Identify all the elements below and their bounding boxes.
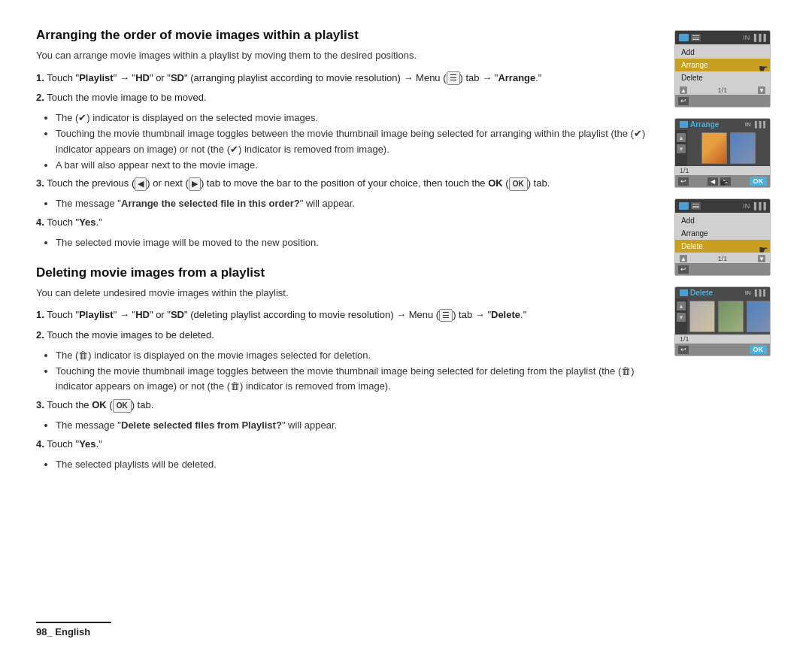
folder-icon2	[680, 121, 688, 128]
s2-step1-num: 1.	[36, 309, 44, 320]
screen3-nav: ↩	[675, 263, 770, 275]
step4-bullets: The selected movie image will be moved t…	[56, 235, 659, 251]
ok-btn4[interactable]: OK	[750, 345, 768, 354]
thumb4-3	[747, 301, 771, 332]
counter3-val: 1/1	[690, 255, 755, 262]
counter4-val: 1/1	[680, 335, 689, 343]
screen2-title: Arrange	[690, 120, 719, 129]
section1-intro: You can arrange movie images within a pl…	[36, 48, 659, 63]
screen4-title: Delete	[690, 289, 713, 297]
step3-bullets: The message "Arrange the selected file i…	[56, 196, 659, 212]
screenshot4: Delete IN ▐▐▐ ▲ ▼	[674, 286, 771, 356]
back-btn1[interactable]: ↩	[678, 97, 689, 105]
screen2-photos	[687, 130, 770, 166]
thumb4-1-img	[690, 301, 714, 332]
next-btn2[interactable]: ▶	[720, 177, 731, 186]
screen3-arrange: Arrange	[675, 227, 770, 240]
screen4-side-arrows: ▲ ▼	[675, 298, 687, 335]
step1-arrange: Arrange	[498, 72, 535, 83]
s2-bullet2-1: The (🗑) indicator is displayed on the mo…	[56, 348, 659, 364]
counter1-val: 1/1	[690, 86, 755, 94]
s2-step4-bullets: The selected playlists will be deleted.	[56, 457, 659, 473]
step3: 3. Touch the previous (◀) or next (▶) ta…	[36, 176, 659, 192]
ok-btn2[interactable]: OK	[750, 177, 768, 186]
screen4-photos	[687, 298, 771, 335]
step1-playlist: Playlist	[79, 72, 114, 83]
screen2-side-arrows: ▲ ▼	[675, 130, 687, 166]
screen4-nav: ↩ OK	[675, 344, 770, 356]
back-btn4[interactable]: ↩	[678, 346, 689, 354]
folder-icon4	[680, 289, 688, 296]
back-btn2[interactable]: ↩	[678, 177, 689, 186]
screen1-add: Add	[675, 46, 770, 59]
menu-badge: ☰	[447, 71, 460, 84]
screen4-counter: 1/1	[675, 335, 770, 344]
signal-icon3: IN ▐▐▐	[743, 202, 766, 210]
thumb4-2	[718, 301, 744, 332]
s2-menu-badge: ☰	[439, 309, 453, 322]
s2-bullet3-1: The message "Delete selected files from …	[56, 418, 659, 434]
s2-playlist: Playlist	[79, 309, 114, 320]
down-arr4[interactable]: ▼	[677, 313, 686, 322]
thumb4-1	[689, 301, 715, 332]
thumb2-1	[701, 132, 727, 164]
step1-hd: HD	[135, 72, 150, 83]
s2-bullet2-2: Touching the movie thumbnail image toggl…	[56, 364, 659, 395]
screen1-delete: Delete	[675, 71, 770, 84]
s2-step4-yes: Yes	[79, 438, 95, 450]
screen1-topbar: IN ▐▐▐	[675, 31, 770, 44]
screen2-titlebar: Arrange IN ▐▐▐	[675, 119, 770, 130]
up-btn1[interactable]: ▲	[680, 86, 687, 94]
s2-step3: 3. Touch the OK (OK) tab.	[36, 398, 659, 413]
section1-title: Arranging the order of movie images with…	[36, 27, 659, 44]
up-arr4[interactable]: ▲	[677, 301, 686, 310]
screen4-signal: IN ▐▐▐	[745, 289, 765, 296]
s2-delete: Delete	[491, 309, 520, 320]
s2-step2-bullets: The (🗑) indicator is displayed on the mo…	[56, 348, 659, 395]
screenshot1: IN ▐▐▐ Add Arrange Delete ▲ 1/1 ▼ ↩	[674, 30, 771, 107]
screen1-topbar-left	[679, 34, 701, 41]
screen3-add: Add	[675, 214, 770, 227]
screen2-nav-btns: ◀ ▶	[707, 177, 731, 186]
s2-step4: 4. Touch "Yes."	[36, 437, 659, 453]
s2-step1: 1. Touch "Playlist" → "HD" or "SD" (dele…	[36, 307, 659, 323]
folder-icon3	[679, 202, 689, 210]
s2-step3-ok: OK	[92, 399, 107, 410]
screen1-topbar-right: IN ▐▐▐	[743, 34, 766, 41]
s2-bullet4-1: The selected playlists will be deleted.	[56, 457, 659, 473]
screen3-delete: Delete	[675, 240, 770, 253]
menu-icon1	[691, 34, 701, 41]
step1-num: 1.	[36, 72, 44, 83]
bullet3-1: The message "Arrange the selected file i…	[56, 196, 659, 212]
thumb2-2-img	[731, 133, 755, 163]
screen4-titlebar: Delete IN ▐▐▐	[675, 287, 770, 298]
down-arr2[interactable]: ▼	[677, 144, 686, 153]
down-btn1[interactable]: ▼	[758, 86, 765, 94]
screen2-nav: ↩ ◀ ▶ OK	[675, 175, 770, 187]
s2-hd: HD	[135, 309, 150, 320]
up-btn3[interactable]: ▲	[680, 255, 687, 262]
bullet4-1: The selected movie image will be moved t…	[56, 235, 659, 251]
s2-step4-num: 4.	[36, 438, 44, 450]
s2-step2: 2. Touch the movie images to be deleted.	[36, 328, 659, 344]
back-btn3[interactable]: ↩	[678, 265, 689, 274]
screen3-topbar-right: IN ▐▐▐	[743, 202, 766, 210]
up-arr2[interactable]: ▲	[677, 133, 686, 142]
step4-num: 4.	[36, 216, 44, 228]
screenshot2: Arrange IN ▐▐▐ ▲ ▼ 1/	[674, 118, 771, 188]
counter2-val: 1/1	[680, 167, 689, 174]
screen2-counter: 1/1	[675, 166, 770, 175]
sidebar-screenshots: IN ▐▐▐ Add Arrange Delete ▲ 1/1 ▼ ↩	[674, 27, 776, 480]
step2: 2. Touch the movie image to be moved.	[36, 90, 659, 106]
section1: Arranging the order of movie images with…	[36, 27, 659, 251]
footer: 98_ English	[36, 622, 111, 637]
step4: 4. Touch "Yes."	[36, 215, 659, 231]
bullet2-1: The (✔) indicator is displayed on the se…	[56, 111, 659, 126]
s2-step2-num: 2.	[36, 329, 44, 341]
down-btn3[interactable]: ▼	[758, 255, 765, 262]
page-container: Arranging the order of movie images with…	[0, 0, 812, 495]
thumb4-3-img	[747, 301, 771, 332]
prev-btn2[interactable]: ◀	[707, 177, 718, 186]
prev-badge: ◀	[135, 177, 147, 190]
s2-sd: SD	[171, 309, 184, 320]
